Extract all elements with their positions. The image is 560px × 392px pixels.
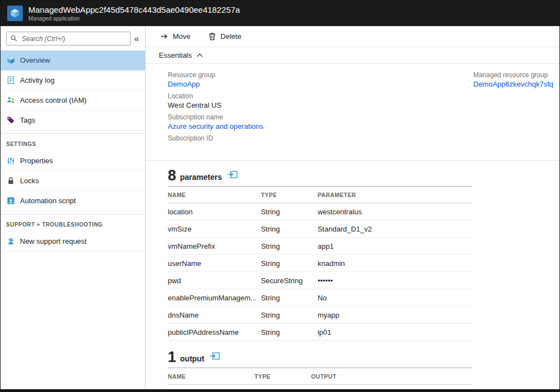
settings-section: SETTINGS [1, 133, 145, 211]
toolbar: Move Delete [146, 26, 559, 47]
output-title: output [180, 354, 204, 364]
sidebar-item-label: Automation script [20, 197, 76, 205]
field-label: Subscription ID [168, 134, 473, 143]
managed-application-icon [7, 6, 23, 21]
param-value: knadmin [318, 255, 472, 272]
page-title: ManagedWebAppc2f45d5478c443d5ae0490ee418… [28, 5, 240, 14]
essentials-right-column: Managed resource group DemoApp6zkevchqk7… [473, 71, 553, 155]
param-name: publicIPAddressName [168, 324, 261, 341]
sidebar-item-label: New support request [20, 237, 87, 245]
sidebar-item-label: Tags [20, 116, 35, 124]
param-type: String [261, 220, 318, 238]
subscription-name-link[interactable]: Azure security and operations [168, 122, 263, 130]
sidebar-item-access-control[interactable]: Access control (IAM) [1, 91, 145, 110]
param-name: dnsName [168, 306, 261, 324]
properties-icon [6, 157, 15, 165]
sidebar-item-label: Locks [20, 177, 39, 185]
table-row: location String westcentralus [168, 203, 472, 220]
sidebar-item-new-support-request[interactable]: New support request [1, 232, 145, 252]
table-row: userName String knadmin [168, 255, 472, 272]
param-name: vmSize [168, 220, 261, 238]
parameters-area: 8 parameters [146, 161, 559, 389]
column-header-name: NAME [168, 368, 254, 385]
sidebar-search-row: « [1, 26, 145, 51]
param-type: String [261, 255, 318, 272]
param-name: pwd [168, 272, 261, 289]
header-titles: ManagedWebAppc2f45d5478c443d5ae0490ee418… [28, 5, 240, 22]
parameters-heading: 8 parameters [168, 169, 559, 182]
automation-script-icon [6, 197, 15, 205]
param-value: No [318, 289, 472, 306]
parameters-table: NAME TYPE PARAMETER location String west… [168, 186, 472, 341]
output-value: myapp.westcentralus.cloudapp.azure.com [311, 385, 472, 390]
column-header-type: TYPE [261, 187, 318, 203]
output-name: applicationEndpoint [168, 385, 254, 390]
essentials-field-managed-resource-group: Managed resource group DemoApp6zkevchqk7… [473, 71, 553, 89]
table-row: applicationEndpoint String myapp.westcen… [168, 385, 472, 390]
essentials-field-subscription-id: Subscription ID [168, 134, 473, 152]
essentials-header[interactable]: Essentials [146, 47, 559, 64]
move-icon [160, 32, 168, 41]
search-icon [11, 35, 17, 42]
main-content: Move Delete Essen [146, 26, 559, 389]
location-value: West Central US [168, 100, 473, 110]
sidebar-item-label: Properties [20, 157, 53, 165]
table-header-row: NAME TYPE OUTPUT [168, 368, 472, 385]
column-header-name: NAME [168, 187, 261, 203]
deployment-link-button[interactable] [226, 170, 238, 182]
chevron-up-icon [197, 53, 203, 57]
param-value: Standard_D1_v2 [318, 220, 472, 238]
managed-resource-group-link[interactable]: DemoApp6zkevchqk7sfq [473, 80, 553, 88]
support-section-label: SUPPORT + TROUBLESHOOTING [1, 214, 145, 232]
sidebar-item-label: Access control (IAM) [20, 96, 87, 104]
param-type: String [261, 289, 318, 306]
sidebar-item-locks[interactable]: Locks [1, 171, 145, 191]
output-table: NAME TYPE OUTPUT applicationEndpoint Str… [168, 368, 472, 389]
sidebar: « Overview [1, 26, 146, 389]
move-button[interactable]: Move [160, 32, 191, 41]
blade-header: ManagedWebAppc2f45d5478c443d5ae0490ee418… [1, 1, 559, 26]
sidebar-item-tags[interactable]: Tags [1, 110, 145, 130]
essentials-field-subscription-name: Subscription name Azure security and ope… [168, 113, 473, 131]
table-row: enablePremiumManagem... String No [168, 289, 472, 306]
sidebar-item-label: Activity log [20, 76, 54, 84]
output-count: 1 [168, 350, 176, 364]
field-label: Managed resource group [473, 71, 553, 79]
param-value: app1 [318, 238, 472, 255]
param-type: String [261, 203, 318, 220]
field-label: Subscription name [168, 113, 473, 122]
overview-icon [6, 56, 15, 64]
lock-icon [6, 177, 15, 185]
essentials-body: Resource group DemoApp Location West Cen… [146, 64, 559, 161]
param-name: vmNamePrefix [168, 238, 261, 255]
activity-log-icon [6, 76, 15, 84]
table-row: vmSize String Standard_D1_v2 [168, 220, 472, 238]
sidebar-item-activity-log[interactable]: Activity log [1, 71, 145, 91]
trash-icon [208, 32, 216, 41]
delete-button[interactable]: Delete [208, 32, 242, 41]
parameters-title: parameters [180, 173, 222, 182]
param-type: String [261, 324, 318, 341]
param-value: myapp [318, 306, 472, 324]
column-header-type: TYPE [254, 368, 311, 385]
page-subtitle: Managed application [28, 16, 240, 22]
resource-group-link[interactable]: DemoApp [168, 80, 200, 88]
param-value: westcentralus [318, 203, 472, 220]
column-header-output: OUTPUT [311, 368, 472, 385]
sidebar-item-properties[interactable]: Properties [1, 151, 145, 171]
search-input[interactable] [6, 32, 131, 46]
access-control-icon [6, 96, 15, 104]
sidebar-item-automation-script[interactable]: Automation script [1, 191, 145, 211]
param-name: userName [168, 255, 261, 272]
param-value: ip01 [318, 324, 472, 341]
table-row: publicIPAddressName String ip01 [168, 324, 472, 341]
table-row: pwd SecureString •••••• [168, 272, 472, 289]
sidebar-item-overview[interactable]: Overview [1, 51, 145, 71]
sidebar-collapse-button[interactable]: « [131, 32, 143, 46]
field-label: Resource group [168, 71, 473, 79]
param-name: enablePremiumManagem... [168, 289, 261, 306]
essentials-field-location: Location West Central US [168, 92, 473, 110]
essentials-title: Essentials [159, 51, 192, 59]
subscription-id-value [168, 143, 473, 152]
deployment-link-button[interactable] [208, 352, 220, 364]
